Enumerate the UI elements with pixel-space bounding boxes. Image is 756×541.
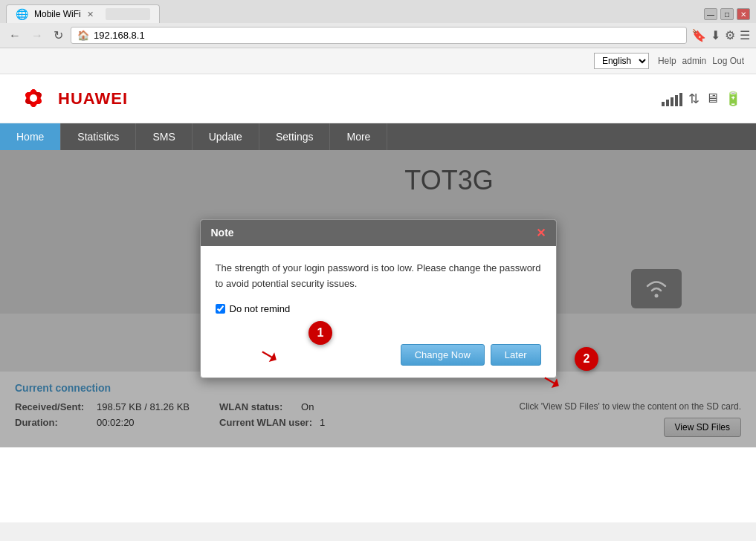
download-icon[interactable]: ⬇ bbox=[711, 28, 720, 42]
battery-icon: 🔋 bbox=[725, 91, 741, 107]
forward-button[interactable]: → bbox=[28, 27, 46, 44]
logout-link[interactable]: Log Out bbox=[712, 56, 744, 66]
later-button[interactable]: Later bbox=[491, 344, 541, 366]
signal-bar-3 bbox=[671, 97, 673, 106]
logo-bar: HUAWEI ⇅ 🖥 🔋 bbox=[0, 74, 756, 123]
annotation-1: 1 bbox=[308, 321, 332, 345]
huawei-flower-icon bbox=[15, 82, 52, 115]
modal-footer: Change Now Later bbox=[201, 344, 556, 378]
address-bar[interactable]: 🏠 bbox=[71, 27, 687, 44]
signal-bar-4 bbox=[675, 95, 678, 106]
topbar-links: Help admin Log Out bbox=[658, 56, 744, 66]
apps-icon[interactable]: ⚙ bbox=[725, 28, 735, 42]
page-topbar: English Help admin Log Out bbox=[0, 48, 756, 74]
navigation-bar: Home Statistics SMS Update Settings More bbox=[0, 123, 756, 150]
browser-titlebar: 🌐 Mobile WiFi ✕ — □ ✕ bbox=[0, 0, 756, 23]
svg-point-6 bbox=[30, 94, 37, 102]
modal-overlay: Note ✕ The strength of your login passwo… bbox=[0, 150, 756, 447]
signal-bar-2 bbox=[666, 100, 669, 106]
reload-button[interactable]: ↻ bbox=[51, 27, 66, 44]
maximize-button[interactable]: □ bbox=[720, 8, 734, 20]
browser-chrome: 🌐 Mobile WiFi ✕ — □ ✕ ← → ↻ 🏠 🔖 ⬇ ⚙ ☰ bbox=[0, 0, 756, 48]
modal-message: The strength of your login password is t… bbox=[216, 261, 541, 292]
nav-item-more[interactable]: More bbox=[330, 123, 387, 150]
nav-item-update[interactable]: Update bbox=[193, 123, 259, 150]
bookmark-icon[interactable]: 🔖 bbox=[691, 28, 706, 42]
browser-toolbar: ← → ↻ 🏠 🔖 ⬇ ⚙ ☰ bbox=[0, 23, 756, 48]
window-controls: — □ ✕ bbox=[704, 8, 750, 20]
signal-bar-1 bbox=[662, 102, 665, 106]
back-button[interactable]: ← bbox=[6, 27, 24, 44]
do-not-remind-checkbox[interactable] bbox=[216, 304, 225, 314]
monitor-icon: 🖥 bbox=[705, 91, 719, 106]
signal-icons: ⇅ 🖥 🔋 bbox=[662, 91, 741, 107]
signal-bar-5 bbox=[679, 93, 682, 106]
nav-item-sms[interactable]: SMS bbox=[136, 123, 192, 150]
nav-item-home[interactable]: Home bbox=[0, 123, 61, 150]
annotation-2: 2 bbox=[575, 347, 598, 371]
modal-close-button[interactable]: ✕ bbox=[536, 226, 546, 240]
language-selector[interactable]: English bbox=[594, 53, 649, 69]
new-tab-area bbox=[106, 8, 150, 20]
nav-item-settings[interactable]: Settings bbox=[259, 123, 331, 150]
note-modal: Note ✕ The strength of your login passwo… bbox=[200, 219, 557, 379]
modal-body: The strength of your login password is t… bbox=[201, 246, 556, 345]
help-link[interactable]: Help bbox=[658, 56, 676, 66]
do-not-remind-checkbox-row[interactable]: Do not remind bbox=[216, 303, 541, 314]
menu-icon[interactable]: ☰ bbox=[740, 28, 750, 42]
modal-header: Note ✕ bbox=[201, 220, 556, 246]
tab-close-button[interactable]: ✕ bbox=[87, 10, 94, 19]
main-content: TOT3G Current connection Received/Sent: … bbox=[0, 150, 756, 447]
data-transfer-icon: ⇅ bbox=[688, 91, 700, 107]
close-button[interactable]: ✕ bbox=[737, 8, 750, 20]
language-dropdown[interactable]: English bbox=[594, 53, 649, 69]
address-input[interactable] bbox=[94, 30, 680, 41]
tab-label: Mobile WiFi bbox=[34, 9, 81, 19]
page-icon: 🏠 bbox=[77, 30, 89, 41]
nav-item-statistics[interactable]: Statistics bbox=[61, 123, 136, 150]
modal-title: Note bbox=[211, 227, 234, 239]
change-now-button[interactable]: Change Now bbox=[401, 344, 485, 366]
admin-label: admin bbox=[682, 56, 707, 66]
huawei-logo: HUAWEI bbox=[15, 82, 128, 115]
page-content: English Help admin Log Out HUAWEI bbox=[0, 48, 756, 522]
minimize-button[interactable]: — bbox=[704, 8, 717, 20]
browser-tab[interactable]: 🌐 Mobile WiFi ✕ bbox=[6, 4, 160, 23]
browser-toolbar-icons: 🔖 ⬇ ⚙ ☰ bbox=[691, 28, 750, 42]
tab-favicon: 🌐 bbox=[16, 8, 28, 20]
do-not-remind-label: Do not remind bbox=[230, 303, 291, 314]
huawei-brand-text: HUAWEI bbox=[58, 89, 128, 108]
signal-strength-icon bbox=[662, 91, 682, 106]
